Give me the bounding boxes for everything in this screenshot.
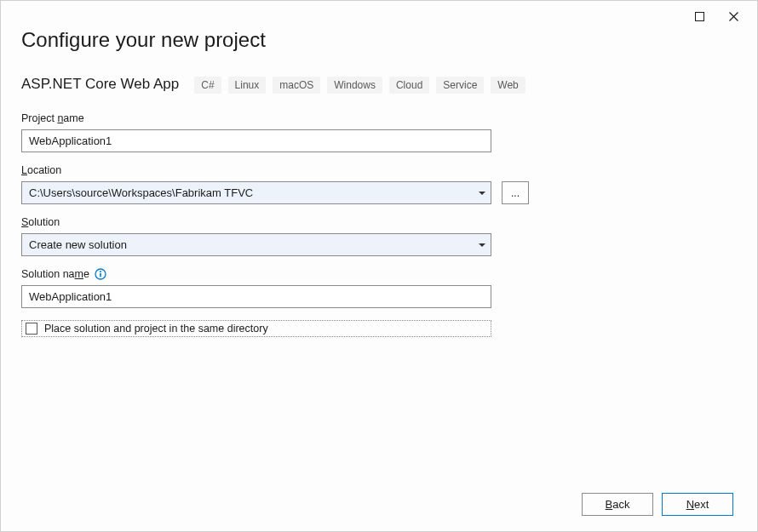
next-button[interactable]: Next — [662, 493, 733, 516]
solution-name-input[interactable] — [21, 285, 491, 308]
chevron-down-icon — [479, 243, 485, 247]
tag: Service — [436, 77, 484, 94]
tag: Cloud — [389, 77, 429, 94]
page-title: Configure your new project — [21, 28, 737, 52]
solution-name-label: Solution name — [21, 268, 737, 280]
project-name-label: Project name — [21, 112, 737, 124]
maximize-button[interactable] — [682, 6, 716, 26]
solution-field: Solution Create new solution — [21, 216, 737, 256]
footer-buttons: Back Next — [582, 493, 733, 516]
back-button[interactable]: Back — [582, 493, 653, 516]
window-titlebar — [682, 1, 757, 26]
location-combobox[interactable]: C:\Users\source\Workspaces\Fabrikam TFVC — [21, 181, 491, 204]
location-field: Location C:\Users\source\Workspaces\Fabr… — [21, 164, 737, 204]
solution-value: Create new solution — [29, 238, 127, 251]
dialog-content: Configure your new project ASP.NET Core … — [21, 25, 737, 472]
svg-point-3 — [100, 271, 101, 272]
project-type-row: ASP.NET Core Web App C# Linux macOS Wind… — [21, 76, 737, 94]
tag: Windows — [327, 77, 382, 94]
close-button[interactable] — [716, 6, 750, 26]
project-name-input[interactable] — [21, 129, 491, 152]
solution-combobox[interactable]: Create new solution — [21, 233, 491, 256]
same-directory-row[interactable]: Place solution and project in the same d… — [21, 320, 491, 337]
maximize-icon — [695, 12, 704, 21]
project-name-field: Project name — [21, 112, 737, 152]
solution-name-field: Solution name — [21, 268, 737, 308]
browse-button[interactable]: ... — [502, 181, 529, 204]
solution-label: Solution — [21, 216, 737, 228]
location-row: C:\Users\source\Workspaces\Fabrikam TFVC… — [21, 181, 737, 204]
svg-rect-0 — [695, 12, 703, 20]
tag: Web — [491, 77, 525, 94]
chevron-down-icon — [479, 192, 485, 195]
tag: Linux — [228, 77, 267, 94]
close-icon — [729, 12, 738, 21]
location-label: Location — [21, 164, 737, 176]
tag: macOS — [273, 77, 320, 94]
tag: C# — [194, 77, 221, 94]
svg-rect-2 — [100, 273, 101, 277]
info-icon[interactable] — [95, 268, 106, 280]
project-type-name: ASP.NET Core Web App — [21, 76, 179, 93]
same-directory-label: Place solution and project in the same d… — [44, 323, 268, 335]
location-value: C:\Users\source\Workspaces\Fabrikam TFVC — [29, 186, 253, 199]
same-directory-checkbox[interactable] — [26, 323, 37, 335]
